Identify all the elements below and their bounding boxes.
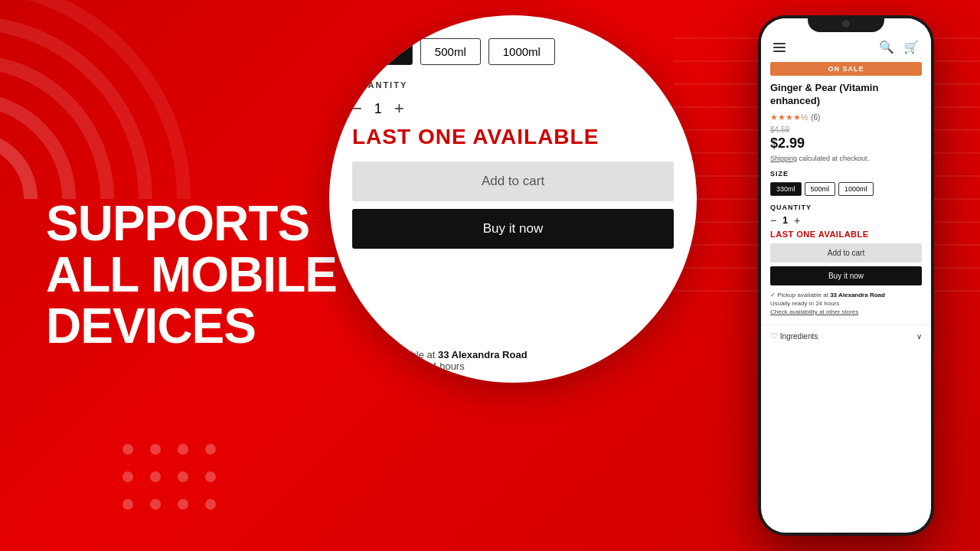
circle-add-to-cart-button[interactable]: Add to cart <box>352 161 674 201</box>
circle-size-500[interactable]: 500ml <box>420 38 481 65</box>
shipping-link[interactable]: Shipping <box>770 155 797 162</box>
check-availability-link[interactable]: Check availability at other stores <box>770 308 922 315</box>
qty-increase-btn[interactable]: + <box>794 214 800 227</box>
product-card: ON SALE Ginger & Pear (Vitamin enhanced)… <box>761 62 931 324</box>
original-price: $4.59 <box>770 126 922 134</box>
size-btn-1000[interactable]: 1000ml <box>838 182 874 196</box>
phone-mockup: 🔍 🛒 ON SALE Ginger & Pear (Vitamin enhan… <box>758 15 934 536</box>
heart-icon: ♡ <box>770 331 778 341</box>
star-rating: ★★★★½ <box>770 112 808 122</box>
qty-decrease-btn[interactable]: − <box>770 214 776 227</box>
search-icon[interactable]: 🔍 <box>879 40 894 54</box>
circle-qty-increase[interactable]: + <box>394 99 404 119</box>
circle-size-1000[interactable]: 1000ml <box>488 38 555 65</box>
circle-qty-label: QUANTITY <box>352 80 674 90</box>
decorative-dots <box>122 444 219 513</box>
qty-value: 1 <box>782 215 788 226</box>
ready-text: Usually ready in 24 hours <box>770 300 922 307</box>
hamburger-menu-icon[interactable] <box>773 43 786 52</box>
product-title: Ginger & Pear (Vitamin enhanced) <box>770 82 922 108</box>
phone-notch <box>808 15 884 32</box>
cart-icon[interactable]: 🛒 <box>903 40 919 54</box>
size-btn-330[interactable]: 330ml <box>770 182 802 196</box>
decorative-arcs <box>0 0 199 199</box>
size-buttons: 330ml 500ml 1000ml <box>770 182 922 196</box>
ingredients-row[interactable]: ♡ Ingredients ∨ <box>761 324 931 347</box>
size-btn-500[interactable]: 500ml <box>805 182 836 196</box>
buy-now-button[interactable]: Buy it now <box>770 266 922 285</box>
magnify-circle: 330ml 500ml 1000ml QUANTITY − 1 + LAST O… <box>329 15 697 383</box>
qty-label: QUANTITY <box>770 204 922 211</box>
review-count: (6) <box>811 113 820 122</box>
circle-last-one-label: LAST ONE AVAILABLE <box>352 125 674 149</box>
size-label: SIZE <box>770 170 922 178</box>
svg-point-0 <box>0 138 31 199</box>
sale-price: $2.99 <box>770 135 922 152</box>
pickup-info: ✓ Pickup available at 33 Alexandra Road <box>770 292 922 298</box>
phone-camera <box>842 20 850 28</box>
last-one-label: LAST ONE AVAILABLE <box>770 230 922 239</box>
circle-buy-now-button[interactable]: Buy it now <box>352 209 674 249</box>
shipping-info: Shipping calculated at checkout. <box>770 155 922 162</box>
on-sale-badge: ON SALE <box>770 62 922 76</box>
svg-point-2 <box>0 61 107 199</box>
ingredients-label: Ingredients <box>780 332 818 341</box>
chevron-down-icon: ∨ <box>916 332 922 341</box>
phone-screen: 🔍 🛒 ON SALE Ginger & Pear (Vitamin enhan… <box>761 18 931 533</box>
add-to-cart-button[interactable]: Add to cart <box>770 243 922 262</box>
circle-qty-value: 1 <box>374 101 382 117</box>
